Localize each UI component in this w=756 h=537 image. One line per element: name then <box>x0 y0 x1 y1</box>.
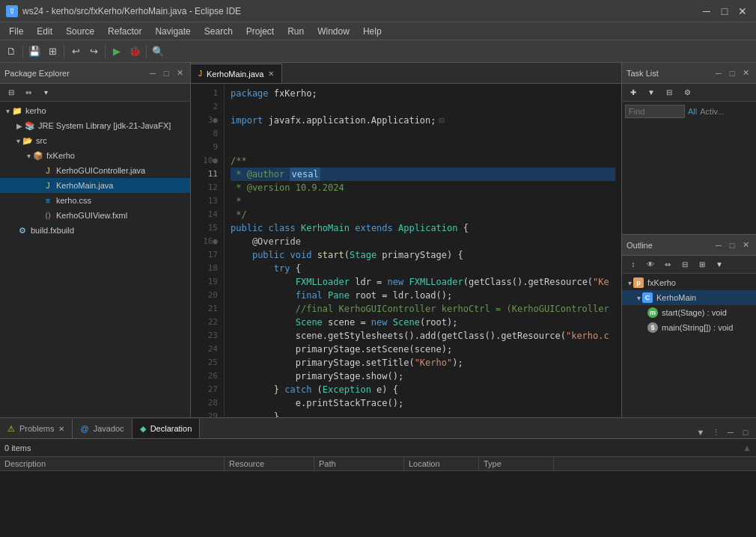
bottom-minimize-icon[interactable]: ─ <box>725 426 737 438</box>
tree-item-fxkerho[interactable]: ▾ 📦 fxKerho <box>0 148 190 163</box>
outline-filter-icon[interactable]: ▼ <box>711 257 728 273</box>
new-task-icon[interactable]: ✚ <box>625 85 641 101</box>
bottom-tab-declaration[interactable]: ◆ Declaration <box>132 419 201 438</box>
tab-close-icon[interactable]: ✕ <box>268 70 274 78</box>
outline-sort-icon[interactable]: ↕ <box>625 257 641 273</box>
save-button[interactable]: 💾 <box>26 43 43 60</box>
redo-button[interactable]: ↪ <box>85 43 102 60</box>
code-line-25: primaryStage.setTitle("Kerho"); <box>231 356 615 369</box>
bottom-options-icon[interactable]: ⋮ <box>710 426 722 438</box>
tree-item-kerhomain[interactable]: J KerhoMain.java <box>0 178 190 193</box>
outline-collapse-icon[interactable]: ⊟ <box>677 257 693 273</box>
all-link[interactable]: All <box>688 107 697 116</box>
tree-item-buildfx[interactable]: ⚙ build.fxbuild <box>0 223 190 238</box>
table-header: Description Resource Path Location Type <box>0 457 756 471</box>
tree-item-kerhogui[interactable]: J KerhoGUIController.java <box>0 163 190 178</box>
view-menu-icon[interactable]: ▾ <box>37 85 54 101</box>
close-button[interactable]: ✕ <box>735 4 750 19</box>
col-description: Description <box>0 457 225 470</box>
tree-label-kerhocss: kerho.css <box>56 196 91 205</box>
bottom-filter-icon[interactable]: ▼ <box>695 426 707 438</box>
menu-navigate[interactable]: Navigate <box>149 25 196 38</box>
outline-chevron-fxkerho: ▾ <box>628 279 632 287</box>
menu-help[interactable]: Help <box>357 25 388 38</box>
bottom-maximize-icon[interactable]: □ <box>740 426 752 438</box>
outline-minimize[interactable]: ─ <box>713 239 725 251</box>
outline-item-start[interactable]: m start(Stage) : void <box>622 305 756 320</box>
bottom-tab-javadoc[interactable]: @ Javadoc <box>73 419 132 438</box>
main-area: Package Explorer ─ □ ✕ ⊟ ⇔ ▾ ▾ 📁 <box>0 63 756 537</box>
menu-search[interactable]: Search <box>198 25 239 38</box>
find-input[interactable] <box>625 105 685 118</box>
tree-label-kerhofxml: KerhoGUIView.fxml <box>56 211 127 220</box>
collapse-all-icon[interactable]: ⊟ <box>3 85 19 101</box>
editor-tab-kerhomain[interactable]: J KerhoMain.java ✕ <box>191 64 282 83</box>
settings-icon[interactable]: ⚙ <box>679 85 695 101</box>
tree-item-jre[interactable]: ▶ 📚 JRE System Library [jdk-21-JavaFX] <box>0 118 190 133</box>
outline-maximize[interactable]: □ <box>726 239 738 251</box>
tree-item-src[interactable]: ▾ 📂 src <box>0 133 190 148</box>
outline-link-icon[interactable]: ⇔ <box>659 257 676 273</box>
search-button[interactable]: 🔍 <box>150 43 166 60</box>
menu-window[interactable]: Window <box>311 25 356 38</box>
lib-icon: 📚 <box>24 120 36 132</box>
minimize-panel-button[interactable]: ─ <box>147 67 159 79</box>
maximize-button[interactable]: □ <box>717 4 732 19</box>
minimize-button[interactable]: ─ <box>699 4 714 19</box>
new-button[interactable]: 🗋 <box>3 43 19 60</box>
collapse-icon[interactable]: ⊟ <box>661 85 677 101</box>
run-button[interactable]: ▶ <box>109 43 125 60</box>
line-3: 3● <box>191 114 224 127</box>
tree-item-kerhofxml[interactable]: ⟨⟩ KerhoGUIView.fxml <box>0 208 190 223</box>
debug-button[interactable]: 🐞 <box>126 43 143 60</box>
code-line-27: } catch (Exception e) { <box>231 383 615 396</box>
col-location: Location <box>404 457 479 470</box>
outline-item-fxkerho[interactable]: ▾ p fxKerho <box>622 275 756 290</box>
undo-button[interactable]: ↩ <box>67 43 84 60</box>
fxml-file-icon: ⟨⟩ <box>42 209 54 221</box>
line-12: 12 <box>191 181 224 194</box>
tree-item-kerhocss[interactable]: ≡ kerho.css <box>0 193 190 208</box>
save-all-button[interactable]: ⊞ <box>44 43 61 60</box>
line-9: 9 <box>191 141 224 154</box>
line-15: 15 <box>191 221 224 235</box>
line-17: 17 <box>191 248 224 262</box>
menu-file[interactable]: File <box>3 25 29 38</box>
outline-hide-icon[interactable]: 👁 <box>642 257 659 273</box>
window-controls: ─ □ ✕ <box>699 4 750 19</box>
col-type: Type <box>479 457 554 470</box>
problems-close-icon[interactable]: ✕ <box>58 425 64 433</box>
close-panel-button[interactable]: ✕ <box>174 67 186 79</box>
code-line-19: FXMLLoader ldr = new FXMLLoader(getClass… <box>231 275 615 289</box>
line-13: 13 <box>191 194 224 208</box>
menu-source[interactable]: Source <box>60 25 100 38</box>
menu-refactor[interactable]: Refactor <box>102 25 147 38</box>
bottom-tab-problems[interactable]: ⚠ Problems ✕ <box>0 419 73 438</box>
active-link[interactable]: Activ... <box>700 107 724 116</box>
link-editor-icon[interactable]: ⇔ <box>20 85 37 101</box>
filter-icon[interactable]: ▼ <box>643 85 659 101</box>
editor-tab-bar: J KerhoMain.java ✕ <box>191 63 621 84</box>
tree-item-kerho[interactable]: ▾ 📁 kerho <box>0 103 190 118</box>
package-explorer-panel: Package Explorer ─ □ ✕ ⊟ ⇔ ▾ ▾ 📁 <box>0 63 191 417</box>
code-content[interactable]: package fxKerho; import javafx.applicati… <box>225 84 621 417</box>
menu-edit[interactable]: Edit <box>31 25 58 38</box>
outline-expand-icon[interactable]: ⊞ <box>694 257 710 273</box>
task-list-minimize[interactable]: ─ <box>713 67 725 79</box>
content-area: Package Explorer ─ □ ✕ ⊟ ⇔ ▾ ▾ 📁 <box>0 63 756 417</box>
menu-project[interactable]: Project <box>240 25 280 38</box>
maximize-panel-button[interactable]: □ <box>160 67 172 79</box>
code-editor[interactable]: 1 2 3● 8 9 10● 11 12 13 14 15 16● 17 18 … <box>191 84 621 417</box>
task-list-maximize[interactable]: □ <box>726 67 738 79</box>
outline-item-kerhomain[interactable]: ▾ C KerhoMain <box>622 290 756 305</box>
code-line-12: * @version 10.9.2024 <box>231 181 615 194</box>
menu-run[interactable]: Run <box>281 25 310 38</box>
chevron-kerho: ▾ <box>6 107 10 115</box>
java-tab-icon: J <box>198 70 202 78</box>
task-list-close[interactable]: ✕ <box>740 67 752 79</box>
package-icon: 📦 <box>32 150 44 162</box>
outline-close[interactable]: ✕ <box>740 239 752 251</box>
code-line-23: scene.getStylesheets().add(getClass().ge… <box>231 329 615 343</box>
bottom-tab-controls: ▼ ⋮ ─ □ <box>695 426 756 438</box>
outline-item-main[interactable]: $ main(String[]) : void <box>622 320 756 335</box>
